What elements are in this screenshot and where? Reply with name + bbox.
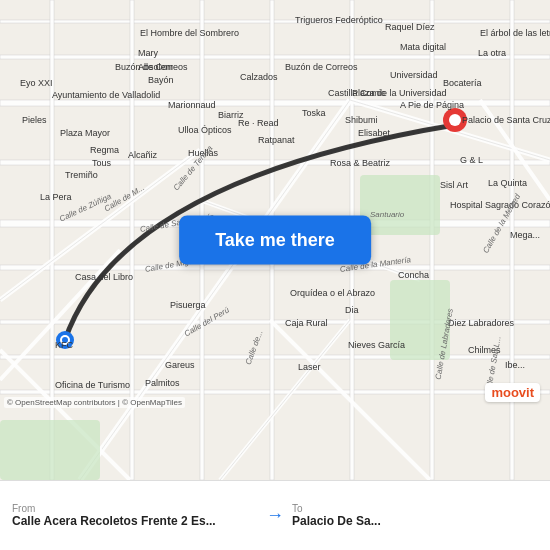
to-value: Palacio De Sa...	[292, 514, 538, 528]
to-info: To Palacio De Sa...	[292, 503, 538, 528]
map-container: El Hombre del SombreroTrigueros Federópt…	[0, 0, 550, 480]
direction-arrow: →	[266, 505, 284, 526]
moovit-logo: moovit	[485, 383, 540, 402]
take-me-there-button[interactable]: Take me there	[179, 216, 371, 265]
to-label: To	[292, 503, 538, 514]
from-value: Calle Acera Recoletos Frente 2 Es...	[12, 514, 258, 528]
map-attribution: © OpenStreetMap contributors | © OpenMap…	[4, 397, 185, 408]
bottom-bar: From Calle Acera Recoletos Frente 2 Es..…	[0, 480, 550, 550]
from-label: From	[12, 503, 258, 514]
from-info: From Calle Acera Recoletos Frente 2 Es..…	[12, 503, 258, 528]
